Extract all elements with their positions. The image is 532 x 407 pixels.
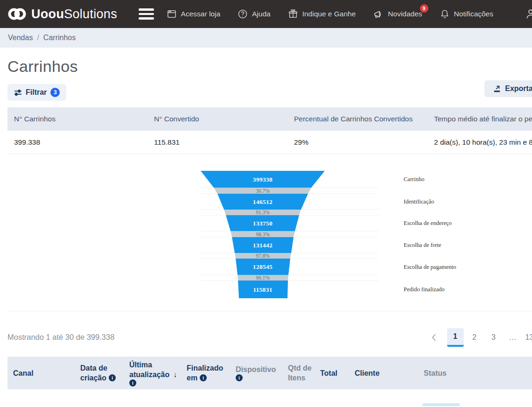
brand-name: UoouSolutions <box>31 7 117 21</box>
filter-count-badge: 3 <box>50 88 60 97</box>
brand-logo[interactable]: UoouSolutions <box>7 7 117 21</box>
column-label: Finalizado <box>187 363 223 373</box>
export-icon <box>493 84 501 93</box>
storefront-icon <box>167 9 177 19</box>
column-label: Status <box>424 368 447 378</box>
pagination-prev-button[interactable] <box>427 329 441 346</box>
nav-notificacoes[interactable]: Notificações <box>440 9 493 19</box>
column-ultima-atualizacao[interactable]: Última atualização↓ i <box>129 357 177 389</box>
nav-label: Indique e Ganhe <box>302 10 356 18</box>
info-icon[interactable]: i <box>109 374 116 381</box>
svg-text:Carrinho: Carrinho <box>404 176 424 182</box>
summary-header-row: N° Carrinhos N° Convertido Percentual de… <box>7 107 532 131</box>
svg-text:128545: 128545 <box>253 263 273 270</box>
svg-text:Escolha de endereço: Escolha de endereço <box>404 220 452 226</box>
info-icon[interactable]: i <box>236 374 243 381</box>
column-label: Canal <box>13 368 34 378</box>
pagination-page-1[interactable]: 1 <box>447 328 464 347</box>
list-controls: Mostrando 1 até 30 de 399.338 1 2 3 … 13… <box>0 311 532 357</box>
column-label: em <box>187 373 197 383</box>
nav-label: Acessar loja <box>181 10 220 18</box>
summary-col-carrinhos: N° Carrinhos <box>7 115 147 123</box>
column-canal[interactable]: Canal <box>13 357 34 389</box>
nav-ajuda[interactable]: Ajuda <box>238 9 271 19</box>
nav-label: Novidades <box>388 10 422 18</box>
pagination-page-last[interactable]: 13312 <box>524 328 532 347</box>
gift-icon <box>288 9 298 19</box>
svg-text:91.3%: 91.3% <box>256 210 270 215</box>
column-dispositivo: Dispositivo i <box>236 357 276 389</box>
status-badge <box>422 403 460 406</box>
column-label: Total <box>320 368 337 378</box>
pagination-ellipsis: … <box>504 328 521 347</box>
column-status: Status <box>424 357 447 389</box>
summary-value-carrinhos: 399.338 <box>7 138 147 147</box>
column-label: Itens <box>288 373 312 383</box>
chevron-left-icon <box>431 333 437 342</box>
summary-col-convertido: N° Convertido <box>147 115 287 123</box>
svg-text:399338: 399338 <box>253 176 273 183</box>
svg-text:131442: 131442 <box>253 242 273 249</box>
menu-hamburger-icon[interactable] <box>139 8 154 20</box>
column-label: Qtd de <box>288 363 312 373</box>
breadcrumb-carrinhos[interactable]: Carrinhos <box>43 34 76 42</box>
column-label: Cliente <box>355 368 379 378</box>
pagination: 1 2 3 … 13312 <box>427 328 532 347</box>
help-circle-icon <box>238 9 248 19</box>
filter-button[interactable]: Filtrar 3 <box>7 84 66 101</box>
conversion-funnel-chart: 36.7%91.3%98.3%97.8%90.1%399338Carrinho1… <box>0 168 532 311</box>
svg-text:115831: 115831 <box>253 286 273 293</box>
bell-icon <box>440 9 450 19</box>
column-qtd-itens: Qtd de Itens <box>288 357 312 389</box>
page-title: Carrinhos <box>7 57 532 76</box>
svg-text:146512: 146512 <box>253 198 273 205</box>
svg-text:Escolha de pagamento: Escolha de pagamento <box>404 264 456 270</box>
toolbar: Filtrar 3 Exportar <box>0 81 532 104</box>
summary-value-tempo-medio: 2 dia(s), 10 hora(s), 23 min e 8 s <box>427 138 532 147</box>
column-label: atualização <box>129 370 169 379</box>
svg-text:90.1%: 90.1% <box>256 275 270 281</box>
sort-desc-icon[interactable]: ↓ <box>173 370 177 379</box>
svg-text:97.8%: 97.8% <box>256 253 270 259</box>
column-label: Última <box>129 360 177 370</box>
pagination-page-2[interactable]: 2 <box>466 328 483 347</box>
nav-indique-e-ganhe[interactable]: Indique e Ganhe <box>288 9 356 19</box>
summary-value-convertido: 115.831 <box>147 138 287 147</box>
breadcrumb-vendas[interactable]: Vendas <box>8 34 33 42</box>
column-finalizado-em[interactable]: Finalizado emi <box>187 357 223 389</box>
breadcrumb-separator: / <box>37 34 39 42</box>
top-nav: Acessar loja Ajuda Indique e Ganhe <box>167 8 532 20</box>
pagination-page-3[interactable]: 3 <box>485 328 502 347</box>
table-row[interactable] <box>7 389 532 405</box>
nav-label: Notificações <box>454 10 493 18</box>
nav-novidades[interactable]: Novidades 9 <box>373 9 422 20</box>
info-icon[interactable]: i <box>200 374 207 381</box>
column-cliente[interactable]: Cliente <box>355 357 379 389</box>
info-icon[interactable]: i <box>129 379 136 386</box>
export-label: Exportar <box>505 84 532 93</box>
svg-text:Pedido finalizado: Pedido finalizado <box>404 286 445 293</box>
showing-results-text: Mostrando 1 até 30 de 399.338 <box>7 333 114 342</box>
nav-label: Ajuda <box>252 10 271 18</box>
svg-text:Escolha de frete: Escolha de frete <box>404 242 441 248</box>
column-data-criacao[interactable]: Data de criaçãoi <box>80 357 116 389</box>
export-button[interactable]: Exportar <box>484 80 532 97</box>
summary-table: N° Carrinhos N° Convertido Percentual de… <box>7 107 532 154</box>
funnel-svg: 36.7%91.3%98.3%97.8%90.1%399338Carrinho1… <box>0 168 532 311</box>
svg-text:133750: 133750 <box>253 220 273 227</box>
summary-col-tempo-medio: Tempo médio até finalizar o pedido <box>427 115 532 123</box>
summary-col-percentual: Percentual de Carrinhos Convertidos <box>287 115 427 123</box>
megaphone-icon <box>373 9 384 20</box>
nav-user[interactable] <box>525 8 532 20</box>
user-icon <box>525 8 532 20</box>
nav-acessar-loja[interactable]: Acessar loja <box>167 9 220 19</box>
filter-label: Filtrar <box>26 88 47 97</box>
summary-value-percentual: 29% <box>287 138 427 147</box>
carts-table-header: Canal Data de criaçãoi Última atualizaçã… <box>7 357 532 389</box>
novidades-count-badge: 9 <box>420 4 428 13</box>
summary-values-row: 399.338 115.831 29% 2 dia(s), 10 hora(s)… <box>7 131 532 154</box>
svg-text:98.3%: 98.3% <box>256 232 270 237</box>
column-label: Dispositivo <box>236 365 276 374</box>
top-header: UoouSolutions Acessar loja Ajuda <box>0 0 532 28</box>
column-total[interactable]: Total <box>320 357 337 389</box>
